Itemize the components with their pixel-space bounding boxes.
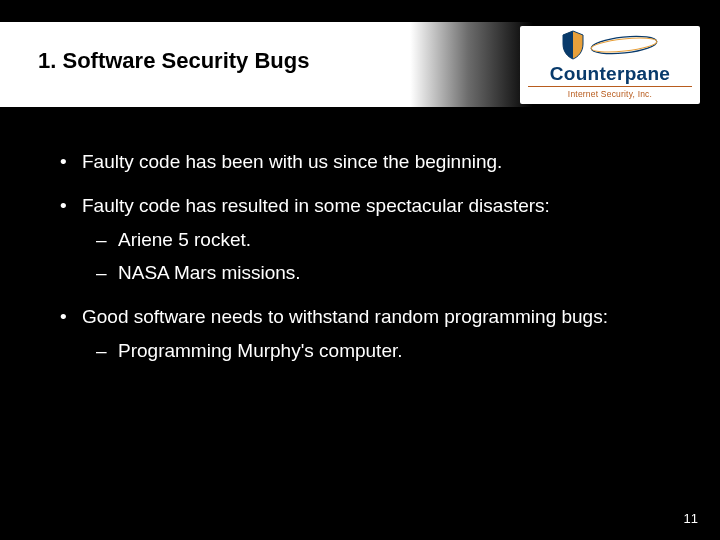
sub-list: Programming Murphy's computer. [82, 339, 662, 363]
bullet-list: Faulty code has been with us since the b… [58, 150, 662, 363]
bullet-text: Faulty code has resulted in some spectac… [82, 195, 550, 216]
slide-title: 1. Software Security Bugs [38, 48, 309, 74]
logo-name: Counterpane [528, 64, 692, 83]
list-item: Programming Murphy's computer. [96, 339, 662, 363]
bullet-text: Good software needs to withstand random … [82, 306, 608, 327]
list-item: Faulty code has been with us since the b… [58, 150, 662, 174]
bullet-text: NASA Mars missions. [118, 262, 301, 283]
slide-body: Faulty code has been with us since the b… [0, 150, 720, 383]
logo-subtitle: Internet Security, Inc. [528, 86, 692, 99]
list-item: Good software needs to withstand random … [58, 305, 662, 363]
logo-mark [528, 30, 692, 64]
page-number: 11 [684, 511, 698, 526]
counterpane-logo: Counterpane Internet Security, Inc. [520, 26, 700, 104]
bullet-text: Faulty code has been with us since the b… [82, 151, 502, 172]
swoosh-icon [589, 34, 659, 60]
list-item: Ariene 5 rocket. [96, 228, 662, 252]
svg-point-1 [591, 36, 658, 55]
list-item: Faulty code has resulted in some spectac… [58, 194, 662, 285]
bullet-text: Programming Murphy's computer. [118, 340, 403, 361]
shield-icon [561, 30, 585, 64]
svg-point-0 [591, 34, 658, 56]
bullet-text: Ariene 5 rocket. [118, 229, 251, 250]
list-item: NASA Mars missions. [96, 261, 662, 285]
sub-list: Ariene 5 rocket. NASA Mars missions. [82, 228, 662, 286]
